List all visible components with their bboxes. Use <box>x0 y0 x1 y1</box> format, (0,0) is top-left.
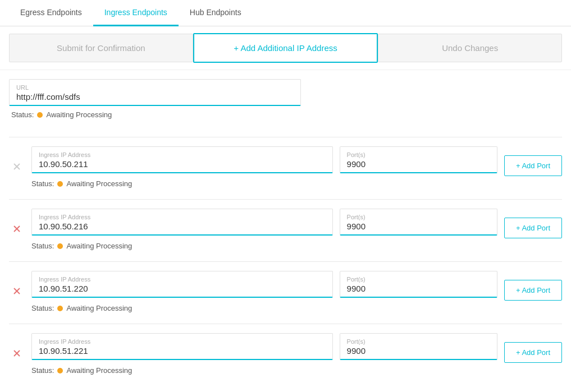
ip-status-dot-3 <box>57 306 63 311</box>
ip-row-1: Ingress IP Address 10.90.50.211Port(s) 9… <box>9 146 562 176</box>
tab-hub[interactable]: Hub Endpoints <box>179 0 253 26</box>
url-status-label: Status: <box>11 110 34 119</box>
ip-row-3: Ingress IP Address 10.90.51.220Port(s) 9… <box>9 271 562 301</box>
ip-status-text-2: Awaiting Processing <box>66 242 132 250</box>
ip-value-3: 10.90.51.220 <box>39 284 326 293</box>
port-label-1: Port(s) <box>347 151 490 158</box>
url-value: http://fff.com/sdfs <box>16 92 294 102</box>
delete-icon-1 <box>9 159 25 174</box>
ip-value-4: 10.90.51.221 <box>39 346 326 356</box>
url-status-dot <box>37 112 43 118</box>
content-area: URL http://fff.com/sdfs Status: Awaiting… <box>0 70 571 392</box>
tabs-bar: Egress EndpointsIngress EndpointsHub End… <box>0 0 571 26</box>
ip-status-label-2: Status: <box>31 242 54 250</box>
ip-section-4: Ingress IP Address 10.90.51.221Port(s) 9… <box>9 324 562 386</box>
ip-status-4: Status: Awaiting Processing <box>31 366 562 375</box>
add-ip-button[interactable]: + Add Additional IP Address <box>193 33 378 63</box>
port-label-3: Port(s) <box>347 276 490 283</box>
delete-icon-2[interactable] <box>9 221 25 237</box>
ip-label-1: Ingress IP Address <box>39 151 326 158</box>
url-status-row: Status: Awaiting Processing <box>9 110 562 119</box>
url-status-text: Awaiting Processing <box>46 110 112 119</box>
ip-status-dot-4 <box>57 368 63 373</box>
port-value-2: 9900 <box>347 222 490 231</box>
ip-value-2: 10.90.50.216 <box>39 222 326 231</box>
add-port-button-4[interactable]: + Add Port <box>504 342 562 363</box>
port-value-1: 9900 <box>347 159 490 169</box>
ip-status-1: Status: Awaiting Processing <box>31 179 562 188</box>
add-port-button-1[interactable]: + Add Port <box>504 155 562 176</box>
ip-status-label-1: Status: <box>31 179 54 188</box>
ip-label-4: Ingress IP Address <box>39 338 326 345</box>
add-port-button-3[interactable]: + Add Port <box>504 280 562 301</box>
port-field-1: Port(s) 9900 <box>340 146 497 173</box>
ip-status-label-3: Status: <box>31 304 54 312</box>
ip-row-2: Ingress IP Address 10.90.50.216Port(s) 9… <box>9 209 562 238</box>
undo-button[interactable]: Undo Changes <box>378 34 562 62</box>
port-label-2: Port(s) <box>347 214 490 220</box>
ip-label-2: Ingress IP Address <box>39 214 326 220</box>
ip-section-2: Ingress IP Address 10.90.50.216Port(s) 9… <box>9 199 562 261</box>
url-field-group: URL http://fff.com/sdfs <box>9 79 301 106</box>
delete-icon-3[interactable] <box>9 283 25 299</box>
port-label-4: Port(s) <box>347 338 490 345</box>
ip-row-4: Ingress IP Address 10.90.51.221Port(s) 9… <box>9 333 562 363</box>
ip-status-dot-2 <box>57 243 63 249</box>
ip-status-dot-1 <box>57 181 63 187</box>
ip-section-1: Ingress IP Address 10.90.50.211Port(s) 9… <box>9 137 562 199</box>
port-value-3: 9900 <box>347 284 490 293</box>
ip-label-3: Ingress IP Address <box>39 276 326 283</box>
ip-status-2: Status: Awaiting Processing <box>31 242 562 250</box>
add-port-button-2[interactable]: + Add Port <box>504 218 562 238</box>
url-section: URL http://fff.com/sdfs Status: Awaiting… <box>9 79 562 128</box>
port-field-3: Port(s) 9900 <box>340 271 497 298</box>
ip-status-label-4: Status: <box>31 366 54 375</box>
ip-status-text-1: Awaiting Processing <box>66 179 132 188</box>
ip-status-3: Status: Awaiting Processing <box>31 304 562 312</box>
submit-button[interactable]: Submit for Confirmation <box>9 34 193 62</box>
ip-status-text-4: Awaiting Processing <box>66 366 132 375</box>
ip-field-4: Ingress IP Address 10.90.51.221 <box>31 333 333 360</box>
port-value-4: 9900 <box>347 346 490 356</box>
ip-value-1: 10.90.50.211 <box>39 159 326 169</box>
ip-rows-container: Ingress IP Address 10.90.50.211Port(s) 9… <box>9 137 562 386</box>
toolbar: Submit for Confirmation + Add Additional… <box>0 26 571 70</box>
tab-ingress[interactable]: Ingress Endpoints <box>93 0 179 26</box>
ip-section-3: Ingress IP Address 10.90.51.220Port(s) 9… <box>9 261 562 324</box>
port-field-4: Port(s) 9900 <box>340 333 497 360</box>
ip-field-2: Ingress IP Address 10.90.50.216 <box>31 209 333 236</box>
delete-icon-4[interactable] <box>9 345 25 361</box>
ip-status-text-3: Awaiting Processing <box>66 304 132 312</box>
url-label: URL <box>16 84 294 91</box>
tab-egress[interactable]: Egress Endpoints <box>9 0 93 26</box>
ip-field-3: Ingress IP Address 10.90.51.220 <box>31 271 333 298</box>
ip-field-1: Ingress IP Address 10.90.50.211 <box>31 146 333 173</box>
port-field-2: Port(s) 9900 <box>340 209 497 236</box>
